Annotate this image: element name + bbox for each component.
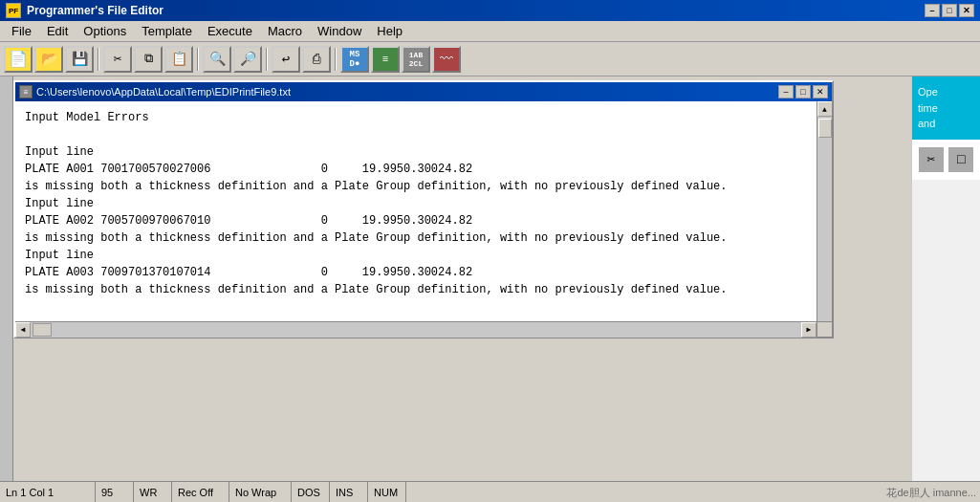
menu-macro[interactable]: Macro [260,22,310,40]
toolbar-print-button[interactable]: ⎙ [302,46,331,73]
scroll-corner [817,321,832,337]
notification-box: Ope time and [912,76,980,140]
menu-execute[interactable]: Execute [200,22,260,40]
toolbar-copy-button[interactable]: ⧉ [134,46,163,73]
toolbar-wave-button[interactable]: 〰 [432,46,461,73]
scroll-track-v[interactable] [817,117,833,321]
close-button[interactable]: ✕ [959,4,974,17]
separator-2 [197,48,199,71]
status-mode: WR [134,482,172,502]
status-bar: Ln 1 Col 1 95 WR Rec Off No Wrap DOS INS… [0,481,980,502]
toolbar-new-button[interactable]: 📄 [4,46,33,73]
menu-file[interactable]: File [4,22,39,40]
toolbar-search-button[interactable]: 🔍 [203,46,231,73]
window-controls: – □ ✕ [925,4,974,17]
status-code: 95 [96,482,134,502]
menu-edit[interactable]: Edit [39,22,76,40]
scissors-icon[interactable]: ✂ [919,147,944,172]
document-window: ≡ C:\Users\lenovo\AppData\Local\Temp\EDI… [13,80,834,338]
menu-help[interactable]: Help [369,22,410,40]
maximize-button[interactable]: □ [942,4,957,17]
watermark: 花de胆人 imanne... [882,484,980,502]
status-num: NUM [368,482,406,502]
document-content: Input Model Errors Input line PLATE A001… [15,101,832,337]
right-panel: Ope time and ✂ □ [911,76,980,481]
vertical-scrollbar[interactable]: ▲ ▼ [817,101,832,337]
document-minimize-button[interactable]: – [778,85,794,98]
toolbar-open-button[interactable]: 📂 [34,46,63,73]
document-title-bar: ≡ C:\Users\lenovo\AppData\Local\Temp\EDI… [15,82,832,101]
scroll-track-h[interactable] [31,322,801,338]
panel-icons: ✂ □ [912,140,980,180]
menu-window[interactable]: Window [310,22,369,40]
toolbar-replace-button[interactable]: 🔎 [233,46,262,73]
scroll-up-arrow[interactable]: ▲ [817,101,833,117]
document-close-button[interactable]: ✕ [813,85,828,98]
main-area: ≡ C:\Users\lenovo\AppData\Local\Temp\EDI… [0,76,980,481]
horizontal-scrollbar[interactable]: ◀ ▶ [15,321,817,337]
separator-1 [98,48,99,71]
toolbar-cut-button[interactable]: ✂ [103,46,132,73]
status-ins: INS [330,482,368,502]
document-icon: ≡ [19,85,33,98]
toolbar-paste-button[interactable]: 📋 [164,46,193,73]
toolbar: 📄 📂 💾 ✂ ⧉ 📋 🔍 🔎 ↩ ⎙ MSD● ≡ 1AB2CL 〰 [0,42,980,76]
status-ln-col: Ln 1 Col 1 [0,482,96,502]
document-maximize-button[interactable]: □ [795,85,811,98]
menu-template[interactable]: Template [134,22,200,40]
status-dos: DOS [292,482,330,502]
app-icon: PF [6,3,21,18]
copy-panel-icon[interactable]: □ [948,147,973,172]
left-strip [0,76,13,481]
scroll-thumb-h[interactable] [33,323,52,337]
app-title: Programmer's File Editor [27,4,163,17]
menu-bar: File Edit Options Template Execute Macro… [0,21,980,42]
document-text[interactable]: Input Model Errors Input line PLATE A001… [15,101,817,321]
title-bar: PF Programmer's File Editor – □ ✕ [0,0,980,21]
scroll-right-arrow[interactable]: ▶ [801,322,817,338]
scroll-left-arrow[interactable]: ◀ [15,322,31,338]
separator-4 [335,48,337,71]
minimize-button[interactable]: – [925,4,940,17]
toolbar-1ab2cl-button[interactable]: 1AB2CL [402,46,430,73]
toolbar-compare-button[interactable]: ≡ [371,46,400,73]
status-rec: Rec Off [172,482,229,502]
status-wrap: No Wrap [229,482,292,502]
menu-options[interactable]: Options [76,22,134,40]
toolbar-save-button[interactable]: 💾 [65,46,94,73]
toolbar-undo-button[interactable]: ↩ [272,46,300,73]
separator-3 [266,48,268,71]
document-controls: – □ ✕ [778,85,828,98]
document-title: C:\Users\lenovo\AppData\Local\Temp\EDIPr… [36,86,291,98]
toolbar-macro-ms-button[interactable]: MSD● [340,46,369,73]
scroll-thumb-v[interactable] [818,119,832,138]
